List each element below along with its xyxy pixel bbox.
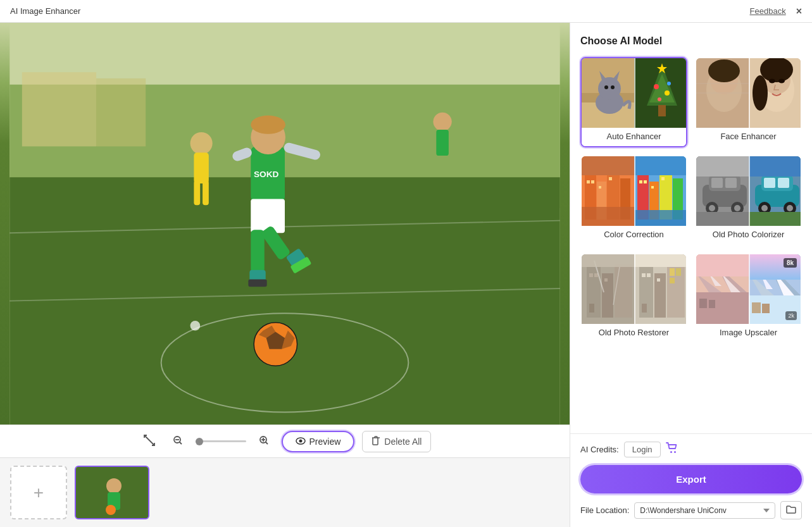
svg-rect-29 — [194, 180, 200, 205]
svg-point-42 — [299, 439, 302, 442]
svg-rect-143 — [670, 278, 675, 283]
right-bottom-panel: AI Credits: Login Export File Location: … — [570, 433, 812, 527]
svg-rect-88 — [582, 207, 637, 226]
svg-point-55 — [611, 85, 615, 89]
export-button[interactable]: Export — [580, 465, 802, 493]
choose-model-title: Choose AI Model — [580, 35, 802, 47]
login-button[interactable]: Login — [624, 442, 661, 457]
model-thumb-color-correction — [582, 156, 686, 226]
svg-rect-144 — [634, 254, 687, 267]
svg-rect-3 — [96, 78, 146, 146]
svg-rect-129 — [589, 304, 594, 313]
svg-rect-114 — [764, 178, 775, 188]
main-image: SOKD — [0, 23, 570, 425]
svg-rect-96 — [651, 186, 654, 189]
svg-rect-103 — [711, 178, 723, 188]
model-card-auto-enhancer[interactable]: Auto Enhancer — [580, 57, 687, 147]
svg-rect-104 — [725, 178, 737, 188]
svg-rect-85 — [599, 186, 601, 189]
svg-point-44 — [106, 478, 122, 493]
zoom-out-button[interactable] — [168, 431, 188, 452]
svg-point-31 — [433, 113, 451, 131]
svg-rect-127 — [594, 273, 598, 277]
svg-rect-94 — [639, 180, 642, 183]
delete-all-label: Delete All — [384, 437, 422, 447]
filmstrip: + — [0, 457, 570, 527]
browse-folder-button[interactable] — [780, 501, 802, 519]
model-label-old-photo-restorer: Old Photo Restorer — [582, 324, 686, 342]
svg-rect-110 — [696, 156, 751, 177]
svg-line-33 — [144, 435, 154, 445]
svg-rect-32 — [436, 130, 449, 156]
film-tile-1[interactable] — [75, 466, 149, 519]
svg-rect-59 — [658, 105, 666, 116]
svg-rect-98 — [634, 156, 687, 175]
ai-credits-row: AI Credits: Login — [580, 442, 802, 457]
upscaler-2k-badge: 2k — [785, 311, 797, 320]
svg-point-164 — [674, 451, 676, 453]
file-location-select[interactable]: D:\Wondershare UniConv — [634, 502, 775, 519]
ai-credits-label: AI Credits: — [580, 445, 619, 454]
title-bar-actions: Feedback × — [750, 6, 802, 17]
svg-point-46 — [106, 505, 116, 515]
crop-tool-button[interactable] — [139, 431, 160, 452]
svg-rect-126 — [589, 273, 593, 277]
svg-line-35 — [179, 442, 182, 444]
model-label-old-photo-colorizer: Old Photo Colorizer — [696, 226, 801, 244]
cart-icon[interactable] — [666, 442, 678, 457]
add-image-button[interactable]: + — [10, 466, 67, 519]
svg-rect-16 — [251, 230, 264, 273]
svg-rect-99 — [634, 210, 687, 226]
svg-point-75 — [753, 75, 768, 111]
feedback-link[interactable]: Feedback — [750, 6, 786, 16]
svg-text:SOKD: SOKD — [254, 170, 279, 179]
delete-all-button[interactable]: Delete All — [362, 431, 431, 452]
preview-button[interactable]: Preview — [282, 431, 355, 452]
image-area: SOKD — [0, 23, 570, 425]
model-label-face-enhancer: Face Enhancer — [696, 128, 801, 146]
model-label-auto-enhancer: Auto Enhancer — [582, 128, 686, 146]
app-title: AI Image Enhancer — [10, 6, 80, 16]
model-card-old-photo-restorer[interactable]: Old Photo Restorer — [580, 253, 687, 344]
zoom-slider[interactable] — [196, 440, 246, 442]
upscaler-8k-badge: 8k — [784, 258, 797, 268]
model-card-image-upscaler[interactable]: 8k 2k Image Upscaler — [695, 253, 802, 344]
svg-rect-121 — [749, 156, 801, 177]
svg-rect-151 — [696, 254, 751, 276]
svg-point-61 — [665, 90, 670, 96]
svg-point-108 — [734, 205, 740, 211]
model-card-face-enhancer[interactable]: Face Enhancer — [695, 57, 802, 147]
trash-icon — [372, 436, 380, 447]
svg-rect-83 — [587, 180, 590, 183]
svg-point-119 — [787, 205, 793, 211]
svg-rect-120 — [749, 212, 801, 226]
svg-point-117 — [761, 205, 768, 211]
model-label-color-correction: Color Correction — [582, 226, 686, 244]
model-grid: Auto Enhancer — [580, 57, 802, 344]
svg-rect-153 — [709, 300, 715, 308]
model-card-old-photo-colorizer[interactable]: Old Photo Colorizer — [695, 155, 802, 245]
model-card-color-correction[interactable]: Color Correction — [580, 155, 687, 245]
close-button[interactable]: × — [796, 6, 802, 17]
svg-rect-97 — [661, 177, 665, 180]
model-thumb-old-photo-colorizer — [696, 156, 801, 226]
svg-rect-115 — [778, 178, 789, 188]
title-bar: AI Image Enhancer Feedback × — [0, 0, 812, 23]
model-label-image-upscaler: Image Upscaler — [696, 324, 801, 342]
svg-point-62 — [658, 97, 661, 101]
zoom-in-button[interactable] — [254, 431, 274, 452]
svg-rect-30 — [203, 180, 209, 205]
svg-rect-128 — [604, 278, 608, 282]
film-tile-image — [76, 467, 148, 518]
svg-line-38 — [265, 442, 268, 444]
svg-point-8 — [191, 321, 201, 331]
right-panel: Choose AI Model — [570, 23, 812, 527]
svg-rect-132 — [582, 254, 637, 267]
svg-point-27 — [191, 132, 213, 154]
model-selection-area: Choose AI Model — [570, 23, 812, 433]
svg-point-76 — [769, 79, 775, 84]
svg-rect-137 — [642, 273, 646, 277]
svg-rect-84 — [591, 180, 594, 183]
svg-point-60 — [654, 84, 659, 89]
svg-rect-95 — [644, 180, 647, 183]
